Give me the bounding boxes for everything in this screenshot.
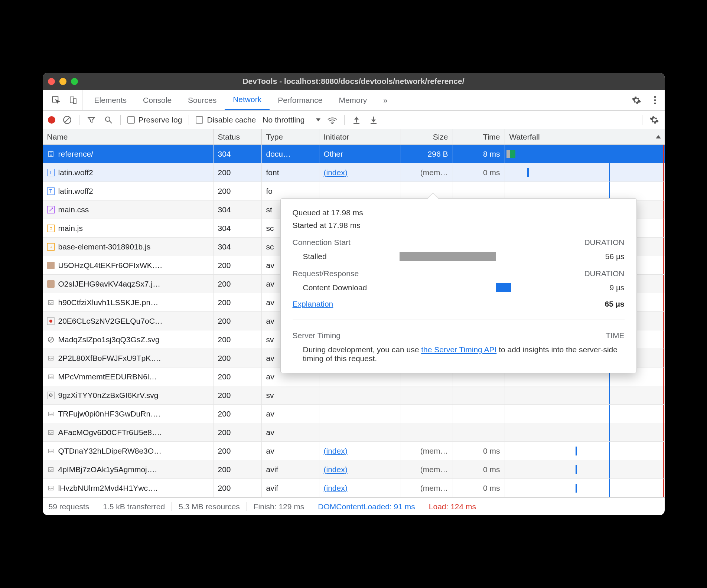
table-row[interactable]: lHvzbNUlrm2Mvd4H1Ywc….200avif(index)(mem… (43, 479, 665, 497)
request-time: 0 ms (453, 442, 505, 460)
preserve-log-checkbox[interactable]: Preserve log (127, 115, 182, 124)
request-initiator[interactable]: (index) (319, 479, 401, 497)
disable-cache-checkbox[interactable]: Disable cache (196, 115, 256, 124)
col-waterfall[interactable]: Waterfall (505, 129, 665, 144)
tab-memory[interactable]: Memory (330, 90, 375, 110)
request-size: (mem… (401, 460, 453, 478)
col-time[interactable]: Time (453, 129, 505, 144)
table-row[interactable]: Tlatin.woff2200fo (43, 182, 665, 200)
table-body: reference/304docu…Other296 B8 msTlatin.w… (43, 145, 665, 497)
request-status: 200 (214, 423, 262, 441)
request-initiator[interactable]: (index) (319, 460, 401, 478)
recording-indicator-icon (47, 317, 55, 325)
request-size: (mem… (401, 442, 453, 460)
image-thumbnail-icon (47, 429, 55, 436)
tab-network[interactable]: Network (225, 90, 270, 110)
window-titlebar: DevTools - localhost:8080/docs/devtools/… (43, 73, 665, 90)
table-row[interactable]: AFacMOgv6D0CFTr6U5e8….200av (43, 423, 665, 442)
table-row[interactable]: ⚙9gzXiTYY0nZzBxGI6KrV.svg200sv (43, 386, 665, 405)
svg-point-5 (654, 102, 656, 104)
request-name: base-element-3018901b.js (58, 242, 151, 251)
font-file-icon: T (47, 187, 55, 195)
status-footer: 59 requests 1.5 kB transferred 5.3 MB re… (43, 497, 665, 515)
settings-gear-icon[interactable] (631, 95, 642, 105)
request-name: U5OHzQL4tEKFr6OFIxWK…. (58, 261, 162, 270)
throttling-value: No throttling (263, 115, 304, 124)
disable-cache-label: Disable cache (207, 115, 256, 124)
clear-icon[interactable] (62, 115, 72, 125)
more-vert-icon[interactable] (650, 95, 660, 105)
request-waterfall[interactable] (505, 405, 665, 423)
network-conditions-icon[interactable] (327, 115, 338, 125)
tab-console[interactable]: Console (135, 90, 180, 110)
network-settings-gear-icon[interactable] (649, 115, 659, 125)
request-waterfall[interactable] (505, 479, 665, 497)
tabs-overflow-icon[interactable]: » (375, 90, 396, 110)
request-time (453, 182, 505, 200)
request-size (401, 182, 453, 200)
request-type: av (262, 423, 319, 441)
timing-duration-label: DURATION (584, 238, 624, 247)
request-waterfall[interactable] (505, 386, 665, 404)
main-tabs-row: ElementsConsoleSourcesNetworkPerformance… (43, 90, 665, 111)
preserve-log-label: Preserve log (139, 115, 182, 124)
col-status[interactable]: Status (214, 129, 262, 144)
avatar-thumbnail-icon (47, 280, 55, 288)
tab-sources[interactable]: Sources (180, 90, 225, 110)
request-waterfall[interactable] (505, 423, 665, 441)
timing-stalled-bar (400, 252, 496, 261)
request-status: 200 (214, 405, 262, 423)
script-icon (47, 243, 55, 251)
col-name[interactable]: Name (43, 129, 214, 144)
timing-rr-head: Request/Response (293, 269, 359, 278)
request-waterfall[interactable] (505, 145, 665, 163)
svg-rect-11 (354, 123, 359, 124)
request-type: av (262, 442, 319, 460)
document-icon (47, 150, 55, 158)
request-type: avif (262, 479, 319, 497)
minimize-window-button[interactable] (59, 78, 66, 85)
timing-total: 65 µs (605, 300, 625, 308)
request-time (453, 423, 505, 441)
divider (79, 115, 79, 125)
tab-elements[interactable]: Elements (86, 90, 135, 110)
table-row[interactable]: TRFujw0pi0nHF3GwDuRn….200av (43, 405, 665, 423)
device-toggle-icon[interactable] (68, 95, 78, 105)
request-name: 20E6CLcSzNV2GELQu7oC… (58, 317, 163, 326)
window-title: DevTools - localhost:8080/docs/devtools/… (43, 77, 665, 86)
divider (293, 320, 625, 320)
svg-rect-12 (371, 123, 377, 124)
table-row[interactable]: 4pIMBj7zOAk1y5Agmmoj….200avif(index)(mem… (43, 460, 665, 479)
throttling-select[interactable]: No throttling (263, 115, 320, 124)
image-thumbnail-icon (47, 447, 55, 455)
record-button[interactable] (48, 116, 55, 124)
timing-time-label: TIME (606, 331, 624, 340)
request-waterfall[interactable] (505, 182, 665, 200)
request-type: fo (262, 182, 319, 200)
request-waterfall[interactable] (505, 163, 665, 182)
server-timing-api-link[interactable]: the Server Timing API (421, 345, 496, 354)
panel-tabs: ElementsConsoleSourcesNetworkPerformance… (86, 90, 396, 110)
search-icon[interactable] (103, 115, 114, 125)
inspect-icon[interactable] (51, 95, 61, 105)
checkbox-icon (196, 116, 203, 124)
table-row[interactable]: reference/304docu…Other296 B8 ms (43, 145, 665, 163)
request-waterfall[interactable] (505, 460, 665, 478)
request-initiator[interactable]: (index) (319, 163, 401, 182)
filter-icon[interactable] (86, 115, 97, 125)
col-size[interactable]: Size (401, 129, 453, 144)
footer-requests: 59 requests (49, 502, 89, 511)
timing-stalled-label: Stalled (303, 252, 400, 261)
request-initiator[interactable]: (index) (319, 442, 401, 460)
timing-explanation-link[interactable]: Explanation (293, 300, 333, 308)
download-har-icon[interactable] (368, 115, 379, 125)
upload-har-icon[interactable] (351, 115, 362, 125)
close-window-button[interactable] (48, 78, 55, 85)
col-initiator[interactable]: Initiator (319, 129, 401, 144)
table-row[interactable]: QTDnaY32hLDipeRW8e3O…200av(index)(mem…0 … (43, 442, 665, 460)
col-type[interactable]: Type (262, 129, 319, 144)
table-row[interactable]: Tlatin.woff2200font(index)(mem…0 ms (43, 163, 665, 182)
request-waterfall[interactable] (505, 442, 665, 460)
maximize-window-button[interactable] (71, 78, 78, 85)
tab-performance[interactable]: Performance (270, 90, 330, 110)
